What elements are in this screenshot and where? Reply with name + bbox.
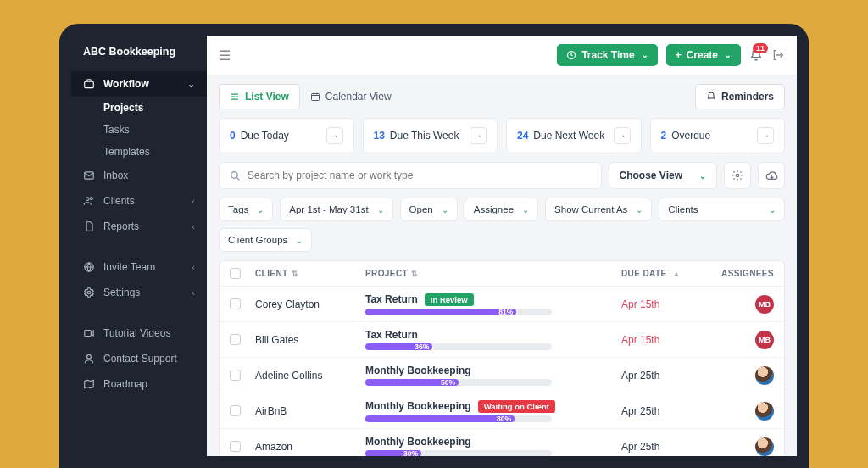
sidebar-item-settings[interactable]: Settings ‹ (71, 280, 207, 305)
row-checkbox[interactable] (230, 334, 241, 345)
search-row: Choose View ⌄ (219, 162, 785, 189)
stat-number: 2 (661, 130, 667, 142)
sidebar-sub-templates[interactable]: Templates (71, 141, 207, 163)
sidebar-item-roadmap[interactable]: Roadmap (71, 371, 207, 397)
chevron-down-icon: ⌄ (642, 51, 648, 59)
stat-overdue[interactable]: 2 Overdue → (650, 118, 786, 153)
arrow-right-icon: → (326, 127, 343, 144)
row-checkbox[interactable] (230, 441, 241, 452)
stat-due-this-week[interactable]: 13 Due This Week → (363, 118, 498, 153)
stats-row: 0 Due Today → 13 Due This Week → 24 Due … (219, 118, 785, 153)
sidebar-item-invite[interactable]: Invite Team ‹ (71, 254, 207, 280)
svg-rect-0 (85, 81, 94, 88)
create-button[interactable]: + Create ⌄ (666, 44, 741, 66)
filter-assignee[interactable]: Assignee⌄ (465, 198, 538, 221)
stat-label: Due This Week (390, 130, 459, 142)
row-checkbox[interactable] (230, 370, 241, 381)
col-client[interactable]: CLIENT⇅ (255, 269, 365, 278)
svg-point-7 (87, 354, 92, 359)
hamburger-icon[interactable]: ☰ (219, 47, 231, 64)
chevron-down-icon: ⌄ (377, 205, 384, 214)
table-row[interactable]: Bill Gates Tax Return 36% Apr 15th MB (220, 322, 784, 358)
sidebar: ABC Bookkeeping Workflow ⌄ Projects Task… (71, 36, 207, 456)
table-row[interactable]: Amazon Monthly Bookkeeping 30% Apr 25th (220, 429, 784, 456)
filter-show-current[interactable]: Show Current As⌄ (545, 198, 652, 221)
progress-pct: 30% (403, 449, 418, 456)
col-due[interactable]: DUE DATE ▲ (621, 269, 715, 278)
table-row[interactable]: Corey Clayton Tax Return In Review 81% A… (220, 287, 784, 322)
col-project[interactable]: PROJECT⇅ (365, 269, 621, 278)
stat-label: Due Next Week (533, 130, 604, 142)
sidebar-item-tutorials[interactable]: Tutorial Videos (71, 320, 207, 346)
filter-row: Tags⌄ Apr 1st - May 31st⌄ Open⌄ Assignee… (219, 198, 785, 252)
sidebar-item-label: Roadmap (103, 378, 147, 390)
document-icon (83, 220, 95, 232)
sidebar-sub-projects[interactable]: Projects (71, 97, 207, 119)
sidebar-item-inbox[interactable]: Inbox (71, 163, 207, 188)
progress-pct: 80% (497, 415, 511, 423)
avatar[interactable] (755, 402, 774, 421)
sidebar-item-workflow[interactable]: Workflow ⌄ (71, 71, 207, 97)
cloud-download-button[interactable] (758, 162, 785, 189)
sidebar-item-label: Reports (103, 220, 139, 232)
progress-bar: 81% (365, 309, 552, 315)
filter-daterange[interactable]: Apr 1st - May 31st⌄ (280, 198, 392, 221)
avatar[interactable]: MB (755, 331, 774, 349)
stat-due-next-week[interactable]: 24 Due Next Week → (506, 118, 642, 153)
sidebar-sub-tasks[interactable]: Tasks (71, 119, 207, 141)
progress-pct: 81% (498, 308, 513, 316)
due-date: Apr 15th (621, 298, 715, 310)
chevron-down-icon: ⌄ (699, 171, 706, 181)
chevron-down-icon: ⌄ (769, 205, 776, 214)
tab-list-view[interactable]: List View (219, 84, 300, 109)
sidebar-item-label: Tutorial Videos (103, 327, 170, 339)
row-checkbox[interactable] (230, 298, 241, 309)
chevron-down-icon: ⌄ (257, 205, 264, 214)
svg-rect-6 (85, 331, 92, 337)
avatar[interactable]: MB (755, 295, 774, 314)
filter-tags[interactable]: Tags⌄ (219, 198, 273, 221)
sidebar-item-label: Invite Team (103, 261, 155, 273)
tab-calendar-view[interactable]: Calendar View (300, 85, 402, 109)
map-icon (83, 378, 95, 390)
filter-clients[interactable]: Clients⌄ (659, 198, 785, 221)
sidebar-item-clients[interactable]: Clients ‹ (71, 188, 207, 214)
filter-client-groups[interactable]: Client Groups⌄ (219, 228, 312, 252)
choose-view-dropdown[interactable]: Choose View ⌄ (609, 162, 717, 189)
sidebar-item-label: Clients (103, 195, 135, 207)
sidebar-item-support[interactable]: Contact Support (71, 346, 207, 371)
settings-icon-button[interactable] (724, 162, 751, 189)
search-box[interactable] (219, 162, 602, 189)
select-all-checkbox[interactable] (230, 268, 241, 279)
notifications-button[interactable]: 11 (749, 48, 763, 62)
track-time-button[interactable]: Track Time ⌄ (557, 44, 657, 66)
view-switcher: List View Calendar View Reminders (207, 75, 797, 118)
arrow-right-icon: → (757, 127, 774, 144)
chevron-down-icon: ⌄ (725, 51, 732, 59)
calendar-icon (310, 92, 320, 102)
client-cell: Amazon (255, 441, 365, 453)
stat-label: Overdue (671, 130, 710, 142)
table-row[interactable]: AirBnB Monthly Bookkeeping Waiting on Cl… (220, 393, 784, 429)
project-title: Monthly Bookkeeping (365, 365, 471, 376)
avatar[interactable] (755, 437, 774, 456)
search-input[interactable] (248, 170, 591, 181)
progress-bar: 30% (365, 450, 552, 456)
avatar[interactable] (755, 366, 774, 385)
reminders-button[interactable]: Reminders (695, 84, 785, 109)
stat-due-today[interactable]: 0 Due Today → (219, 118, 354, 153)
progress-bar: 36% (365, 343, 552, 350)
chevron-left-icon: ‹ (192, 196, 195, 206)
main-panel: 0 Due Today → 13 Due This Week → 24 Due … (207, 118, 797, 456)
filter-status[interactable]: Open⌄ (400, 198, 458, 221)
table-body: Corey Clayton Tax Return In Review 81% A… (220, 287, 784, 456)
exit-icon[interactable] (771, 48, 785, 62)
sidebar-item-label: Settings (103, 287, 140, 298)
sidebar-item-reports[interactable]: Reports ‹ (71, 214, 207, 239)
chevron-down-icon: ⌄ (187, 79, 195, 90)
button-label: Reminders (721, 91, 774, 103)
svg-point-2 (86, 198, 90, 201)
row-checkbox[interactable] (230, 405, 241, 416)
chevron-left-icon: ‹ (192, 262, 195, 272)
table-row[interactable]: Adeline Collins Monthly Bookkeeping 50% … (220, 358, 784, 393)
